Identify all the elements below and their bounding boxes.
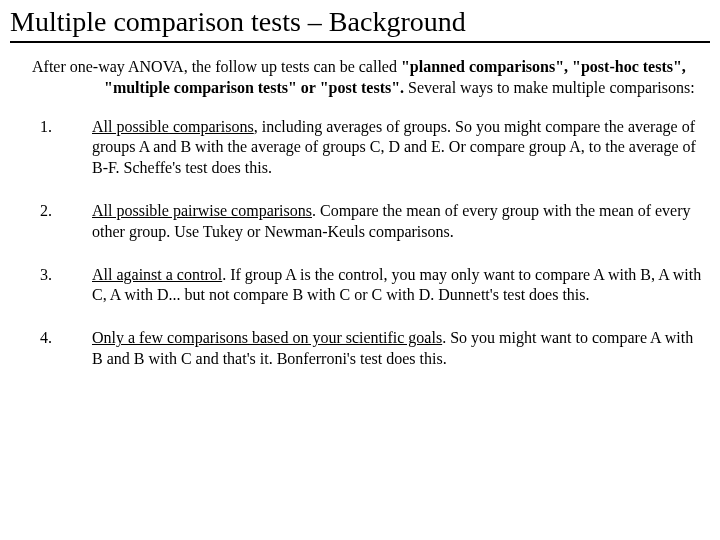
list-body: Only a few comparisons based on your sci… <box>92 328 710 370</box>
list-underlined: All against a control <box>92 266 222 283</box>
list-item: 2. All possible pairwise comparisons. Co… <box>40 201 710 243</box>
list-underlined: All possible pairwise comparisons <box>92 202 312 219</box>
list-item: 4. Only a few comparisons based on your … <box>40 328 710 370</box>
list-number: 2. <box>40 201 92 243</box>
list-item: 3. All against a control. If group A is … <box>40 265 710 307</box>
page-title: Multiple comparison tests – Background <box>10 6 710 43</box>
intro-tail: Several ways to make multiple comparison… <box>404 79 695 96</box>
numbered-list: 1. All possible comparisons, including a… <box>40 117 710 370</box>
list-number: 1. <box>40 117 92 179</box>
list-body: All possible comparisons, including aver… <box>92 117 710 179</box>
list-number: 3. <box>40 265 92 307</box>
list-item: 1. All possible comparisons, including a… <box>40 117 710 179</box>
slide: Multiple comparison tests – Background A… <box>0 0 720 402</box>
list-underlined: Only a few comparisons based on your sci… <box>92 329 442 346</box>
list-number: 4. <box>40 328 92 370</box>
intro-paragraph: After one-way ANOVA, the follow up tests… <box>32 57 706 99</box>
list-underlined: All possible comparisons <box>92 118 254 135</box>
list-body: All possible pairwise comparisons. Compa… <box>92 201 710 243</box>
intro-lead: After one-way ANOVA, the follow up tests… <box>32 58 401 75</box>
list-body: All against a control. If group A is the… <box>92 265 710 307</box>
